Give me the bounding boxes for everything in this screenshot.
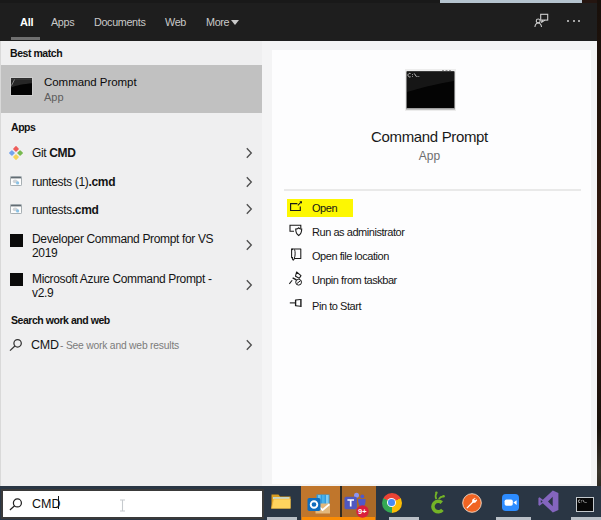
svg-text:9+: 9+	[358, 507, 367, 516]
